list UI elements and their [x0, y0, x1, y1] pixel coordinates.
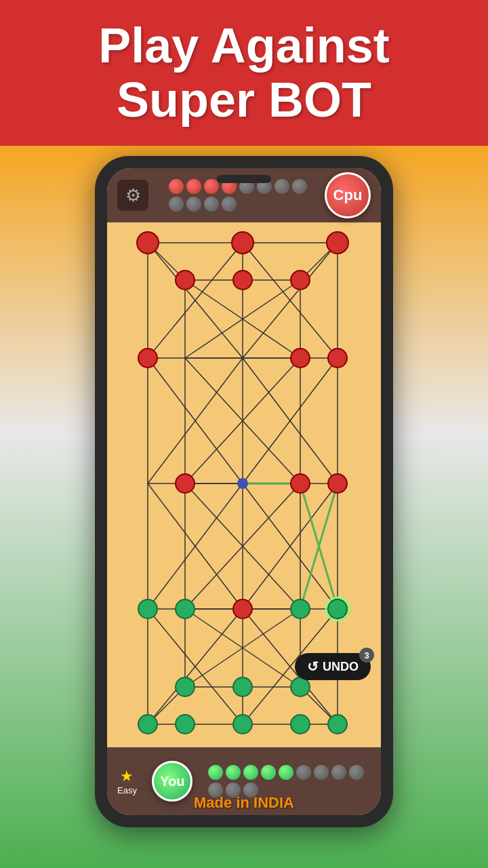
svg-point-50: [138, 349, 157, 368]
svg-point-63: [176, 677, 195, 696]
svg-point-57: [291, 599, 310, 618]
cpu-dot-gray: [186, 197, 201, 212]
difficulty-label: Easy: [117, 785, 137, 795]
cpu-dot-gray: [274, 179, 289, 194]
svg-point-54: [291, 474, 310, 493]
star-icon: ★: [120, 768, 134, 785]
undo-count-badge: 3: [359, 648, 374, 663]
cpu-dot-red: [169, 179, 184, 194]
svg-point-70: [291, 715, 310, 734]
svg-point-46: [327, 232, 348, 254]
svg-point-51: [291, 349, 310, 368]
you-dot-gray: [296, 765, 311, 780]
game-board[interactable]: ↺ UNDO 3: [107, 222, 381, 745]
phone-notch: [217, 175, 271, 183]
svg-point-69: [176, 715, 195, 734]
undo-label: UNDO: [323, 660, 359, 674]
svg-point-55: [328, 474, 347, 493]
you-dot-gray: [331, 765, 346, 780]
svg-point-65: [291, 677, 310, 696]
cpu-dot-red: [204, 179, 219, 194]
cpu-dot-gray: [292, 179, 307, 194]
you-dot-gray: [314, 765, 329, 780]
header-title: Play Against Super BOT: [98, 19, 389, 126]
svg-point-45: [232, 232, 253, 254]
you-section: ★ Easy: [117, 768, 137, 795]
you-dot-green: [208, 765, 223, 780]
difficulty-display: ★ Easy: [117, 768, 137, 795]
undo-button[interactable]: ↺ UNDO 3: [295, 653, 371, 680]
you-dot-green: [279, 765, 293, 780]
header-banner: Play Against Super BOT: [0, 0, 488, 146]
settings-button[interactable]: ⚙: [117, 180, 148, 211]
svg-point-44: [137, 232, 159, 254]
svg-point-64: [233, 715, 252, 734]
svg-point-68: [328, 599, 347, 618]
you-dot-green: [261, 765, 276, 780]
svg-point-48: [233, 271, 252, 290]
svg-point-56: [233, 599, 252, 618]
you-dot-green: [243, 765, 258, 780]
you-dot-green: [226, 765, 241, 780]
svg-point-49: [291, 271, 310, 290]
made-in-india-text: Made in INDIA: [194, 794, 294, 812]
undo-icon: ↺: [307, 658, 319, 675]
cpu-dot-gray: [169, 197, 184, 212]
you-score-dots: [208, 765, 371, 797]
svg-point-66: [328, 715, 347, 734]
svg-point-60: [176, 599, 195, 618]
svg-point-52: [328, 349, 347, 368]
svg-point-59: [138, 599, 157, 618]
svg-point-47: [176, 271, 195, 290]
cpu-score-dots: [162, 179, 311, 212]
svg-point-61: [233, 677, 252, 696]
phone-screen: ⚙ Cpu: [107, 168, 381, 815]
cpu-dot-red: [186, 179, 201, 194]
you-badge: You: [152, 761, 192, 802]
cpu-dot-gray: [204, 197, 219, 212]
cpu-badge: Cpu: [325, 172, 371, 218]
svg-point-53: [176, 474, 195, 493]
svg-point-40: [237, 478, 248, 489]
cpu-dot-gray: [222, 197, 237, 212]
gear-icon: ⚙: [125, 185, 141, 206]
you-dot-gray: [349, 765, 364, 780]
svg-point-62: [138, 715, 157, 734]
phone-frame: ⚙ Cpu: [95, 156, 393, 827]
you-label: You: [160, 774, 184, 789]
